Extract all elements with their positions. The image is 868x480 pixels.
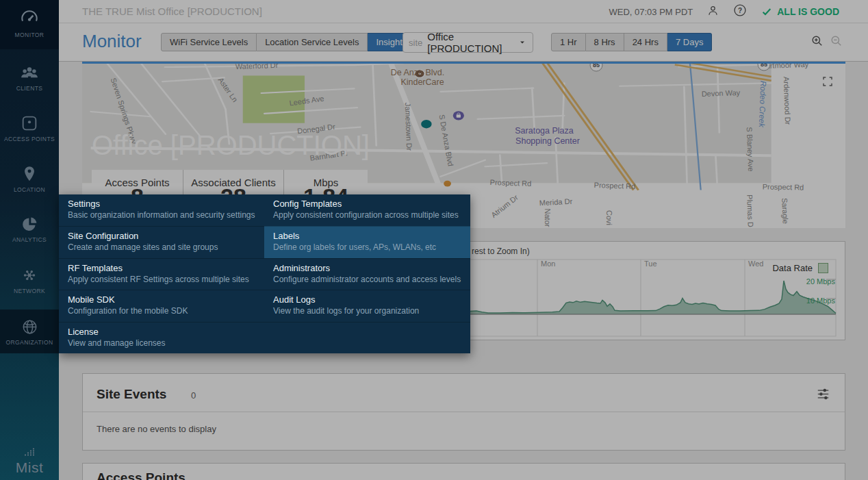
menu-item-administrators[interactable]: Administrators Configure administrator a… (264, 258, 470, 290)
menu-item-title: Site Configuration (68, 231, 256, 242)
menu-item-desc: View the audit logs for your organizatio… (273, 306, 462, 316)
menu-item-settings[interactable]: Settings Basic organization information … (59, 194, 264, 226)
menu-item-title: License (68, 327, 256, 338)
menu-item-labels[interactable]: Labels Define org labels for users, APs,… (264, 226, 470, 257)
menu-item-license[interactable]: License View and manage licenses (59, 322, 264, 353)
menu-item-title: Labels (273, 231, 462, 242)
menu-item-desc: Basic organization information and secur… (68, 210, 256, 220)
menu-item-title: RF Templates (68, 263, 256, 274)
menu-item-desc: Define org labels for users, APs, WLANs,… (273, 242, 462, 253)
organization-menu: Settings Basic organization information … (59, 194, 470, 353)
menu-item-desc: Configuration for the mobile SDK (68, 306, 256, 316)
menu-item-mobile-sdk[interactable]: Mobile SDK Configuration for the mobile … (59, 290, 264, 321)
menu-item-desc: Configure administrator accounts and acc… (273, 275, 462, 285)
menu-item-title: Administrators (273, 263, 462, 274)
menu-item-title: Audit Logs (273, 294, 462, 305)
menu-item-desc: Apply consistent RF Settings across mult… (68, 275, 256, 285)
menu-item-desc: Create and manage sites and site groups (68, 242, 256, 253)
menu-item-config-templates[interactable]: Config Templates Apply consistent config… (264, 194, 470, 226)
menu-item-title: Settings (68, 199, 256, 210)
menu-item-title: Config Templates (273, 199, 462, 210)
menu-empty-cell (264, 322, 470, 353)
menu-item-desc: View and manage licenses (68, 338, 256, 349)
menu-item-desc: Apply consistent configuration across mu… (273, 210, 462, 220)
menu-item-rf-templates[interactable]: RF Templates Apply consistent RF Setting… (59, 258, 264, 290)
menu-item-audit-logs[interactable]: Audit Logs View the audit logs for your … (264, 290, 470, 321)
menu-item-site-configuration[interactable]: Site Configuration Create and manage sit… (59, 226, 264, 257)
menu-item-title: Mobile SDK (68, 294, 256, 305)
